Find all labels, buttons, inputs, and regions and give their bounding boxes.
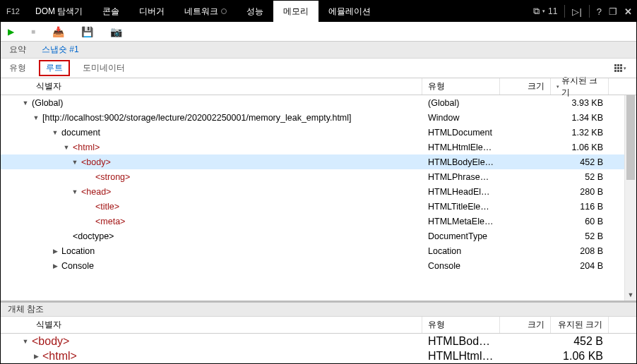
expand-arrow-icon[interactable] — [22, 99, 29, 107]
row-label: document — [61, 128, 100, 138]
row-identifier: (Global) — [1, 98, 422, 108]
table-row[interactable]: <body>HTMLBodyElement452 B — [1, 334, 636, 348]
row-retained: 1.34 KB — [551, 113, 609, 123]
expand-arrow-icon[interactable] — [71, 159, 78, 166]
filter-bar: 유형 루트 도미네이터 ▾ — [1, 59, 636, 78]
row-identifier: Location — [1, 246, 422, 256]
row-type: HTMLHtmlElement — [422, 142, 500, 152]
scroll-thumb[interactable] — [626, 95, 635, 180]
scroll-down-icon[interactable]: ▼ — [625, 289, 636, 301]
tab-console[interactable]: 콘솔 — [93, 1, 129, 22]
tabbar-right-controls: ⧉▾11 ▷| ? ❐ ✕ — [533, 1, 636, 22]
tab-memory[interactable]: 메모리 — [273, 1, 318, 22]
undock-icon[interactable]: ❐ — [609, 6, 617, 17]
table-row[interactable]: (Global)(Global)3.93 KB — [1, 95, 636, 110]
row-retained: 1.06 KB — [551, 350, 609, 363]
row-identifier: <body> — [1, 157, 422, 167]
row-type: HTMLMetaElement — [422, 217, 500, 226]
table-row[interactable]: [http://localhost:9002/storage/lecture/2… — [1, 110, 636, 125]
row-label: <html> — [73, 142, 100, 152]
row-type: (Global) — [422, 98, 500, 108]
expand-arrow-icon[interactable] — [63, 144, 70, 151]
col-size[interactable]: 크기 — [500, 317, 551, 333]
row-retained: 204 B — [551, 261, 609, 271]
row-retained: 1.32 KB — [551, 128, 609, 138]
table-row[interactable]: <head>HTMLHeadElement280 B — [1, 184, 636, 199]
save-icon[interactable]: 💾 — [81, 26, 93, 37]
row-retained: 208 B — [551, 246, 609, 256]
error-count: 11 — [548, 6, 557, 16]
close-icon[interactable]: ✕ — [624, 6, 632, 17]
row-identifier: <meta> — [1, 217, 422, 226]
col-identifier[interactable]: 식별자 — [1, 78, 422, 95]
row-label: (Global) — [32, 98, 63, 108]
col-identifier[interactable]: 식별자 — [1, 317, 422, 333]
row-retained: 452 B — [551, 335, 609, 348]
table-row[interactable]: <doctype>DocumentType52 B — [1, 229, 636, 243]
row-type: HTMLPhraseElem... — [422, 172, 500, 182]
expand-arrow-icon[interactable] — [52, 129, 59, 136]
tab-dom-explorer[interactable]: DOM 탐색기 — [25, 1, 93, 22]
row-identifier: <doctype> — [1, 231, 422, 241]
col-size[interactable]: 크기 — [500, 78, 551, 95]
expand-arrow-icon[interactable] — [22, 338, 29, 345]
object-references-panel: 개체 참조 식별자 유형 크기 유지된 크기 <body>HTMLBodyEle… — [1, 301, 636, 363]
record-dot-icon — [221, 8, 227, 14]
table-row[interactable]: LocationLocation208 B — [1, 243, 636, 258]
table-row[interactable]: <meta>HTMLMetaElement60 B — [1, 214, 636, 229]
tab-emulation[interactable]: 에뮬레이션 — [318, 1, 381, 22]
row-label: <doctype> — [73, 231, 114, 241]
expand-arrow-icon[interactable] — [32, 353, 40, 360]
dominator-filter[interactable]: 도미네이터 — [83, 62, 125, 74]
snapshot-link[interactable]: 스냅숏 #1 — [42, 44, 79, 56]
row-label: [http://localhost:9002/storage/lecture/2… — [42, 113, 352, 123]
dropdown-icon: ▾ — [624, 66, 626, 71]
root-filter[interactable]: 루트 — [39, 60, 70, 76]
grid-view-icon[interactable]: ▾ — [614, 64, 626, 72]
expand-arrow-icon[interactable] — [52, 262, 59, 269]
row-label: <body> — [32, 335, 69, 348]
play-icon[interactable]: ▶ — [8, 27, 14, 37]
expand-arrow-icon[interactable] — [71, 188, 78, 195]
row-label: <title> — [95, 202, 119, 212]
table-row[interactable]: <body>HTMLBodyElement452 B — [1, 154, 636, 169]
table-row[interactable]: ConsoleConsole204 B — [1, 258, 636, 273]
table-row[interactable]: <strong>HTMLPhraseElem...52 B — [1, 169, 636, 184]
stop-icon[interactable]: ■ — [31, 28, 35, 35]
help-icon[interactable]: ? — [597, 6, 602, 17]
device-icon[interactable]: ⧉ — [533, 6, 540, 17]
row-type: HTMLTitleElement — [422, 202, 500, 212]
import-icon[interactable]: 📥 — [52, 26, 64, 37]
tab-network[interactable]: 네트워크 — [174, 1, 237, 22]
scrollbar[interactable]: ▲ ▼ — [624, 95, 636, 301]
row-retained: 52 B — [551, 231, 609, 241]
camera-icon[interactable]: 📷 — [110, 26, 122, 37]
row-retained: 60 B — [551, 217, 609, 226]
f12-label: F12 — [1, 1, 25, 22]
snapshot-bar: 요약 스냅숏 #1 — [1, 42, 636, 59]
row-label: Console — [61, 261, 94, 271]
expand-arrow-icon[interactable] — [52, 248, 59, 255]
row-type: DocumentType — [422, 231, 500, 241]
tab-performance[interactable]: 성능 — [237, 1, 273, 22]
type-filter[interactable]: 유형 — [9, 62, 26, 74]
tab-debugger[interactable]: 디버거 — [129, 1, 174, 22]
row-identifier: Console — [1, 261, 422, 271]
table-row[interactable]: <title>HTMLTitleElement116 B — [1, 199, 636, 214]
col-type[interactable]: 유형 — [422, 78, 500, 95]
row-retained: 280 B — [551, 187, 609, 197]
col-retained[interactable]: ▾유지된 크기 — [551, 78, 609, 95]
sort-icon: ▾ — [556, 84, 559, 90]
row-identifier: <title> — [1, 202, 422, 212]
table-row[interactable]: <html>HTMLHtmlElement1.06 KB — [1, 140, 636, 154]
row-identifier: <html> — [1, 350, 422, 363]
row-label: <meta> — [95, 217, 125, 226]
table-row[interactable]: <html>HTMLHtmlElement1.06 KB — [1, 348, 636, 363]
col-retained[interactable]: 유지된 크기 — [551, 317, 609, 333]
table-row[interactable]: documentHTMLDocument1.32 KB — [1, 125, 636, 140]
run-console-icon[interactable]: ▷| — [572, 6, 581, 17]
col-type[interactable]: 유형 — [422, 317, 500, 333]
expand-arrow-icon[interactable] — [32, 114, 40, 121]
row-type: HTMLHeadElement — [422, 187, 500, 197]
summary-label[interactable]: 요약 — [9, 44, 26, 56]
